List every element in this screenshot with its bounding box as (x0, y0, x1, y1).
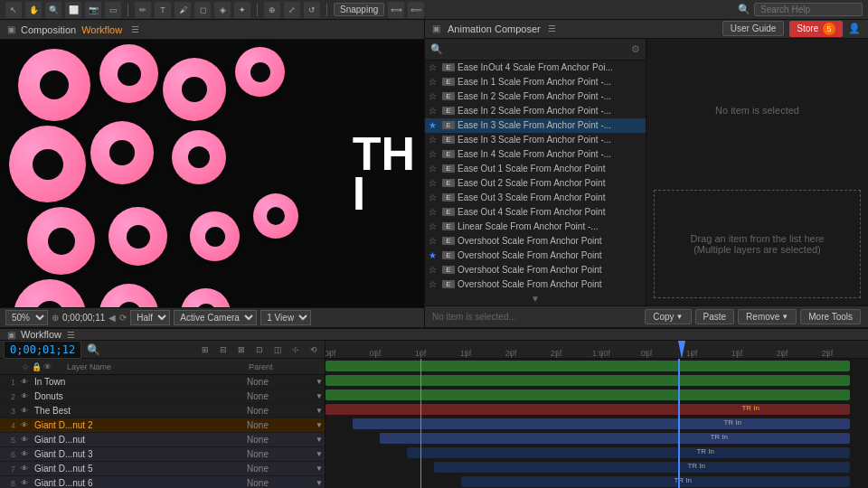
toolbar-icon-pen[interactable]: ✏ (135, 2, 151, 18)
toolbar-icon-rect[interactable]: ▭ (105, 2, 121, 18)
track-row-1[interactable] (326, 359, 868, 373)
list-item[interactable]: ☆ E Ease In 3 Scale From Anchor Point -.… (425, 133, 646, 147)
list-search-input[interactable] (447, 43, 627, 54)
user-icon[interactable]: 👤 (848, 23, 861, 34)
list-scroll-down[interactable]: ▼ (425, 292, 646, 305)
search-input[interactable] (754, 3, 863, 16)
toolbar-icon-eraser[interactable]: ◻ (194, 2, 211, 18)
list-item[interactable]: ☆ E Ease Out 1 Scale From Anchor Point (425, 162, 646, 176)
list-item[interactable]: ☆ E Ease In 2 Scale From Anchor Point -.… (425, 89, 646, 104)
star-icon[interactable]: ☆ (429, 265, 439, 275)
toolbar-icon-camera[interactable]: 📷 (85, 2, 101, 18)
toolbar-icon-puppet[interactable]: ✦ (234, 2, 250, 18)
more-tools-button[interactable]: More Tools (800, 309, 861, 324)
layer-row-5[interactable]: 5 👁 Giant D...nut None ▼ (0, 433, 325, 447)
list-item[interactable]: ☆ E Ease InOut 4 Scale From Anchor Poi..… (425, 61, 646, 75)
copy-button[interactable]: Copy ▼ (645, 309, 691, 324)
layer-ctrl-7[interactable]: ⟲ (307, 343, 321, 357)
list-item[interactable]: ☆ E Ease In 1 Scale From Anchor Point -.… (425, 75, 646, 89)
layer-ctrl-2[interactable]: ⊟ (216, 343, 231, 357)
layer-row-1[interactable]: 1 👁 In Town None ▼ (0, 375, 325, 389)
list-item-active[interactable]: ★ E Ease In 3 Scale From Anchor Point -.… (425, 118, 646, 133)
camera-select[interactable]: Active Camera (174, 310, 257, 325)
list-item[interactable]: ☆ E Overshoot Scale From Anchor Point (425, 263, 646, 277)
track-row-9[interactable]: TR In (326, 474, 868, 488)
list-item[interactable]: ☆ E Overshoot Scale From Anchor Point (425, 277, 646, 292)
view-select[interactable]: 1 View (260, 310, 311, 325)
list-item[interactable]: ★ E Overshoot Scale From Anchor Point (425, 249, 646, 263)
star-icon[interactable]: ☆ (429, 236, 439, 246)
list-item[interactable]: ☆ E Ease In 2 Scale From Anchor Point -.… (425, 104, 646, 118)
toolbar-icon-zoom[interactable]: 🔍 (45, 2, 61, 18)
list-settings-icon[interactable]: ⚙ (631, 43, 640, 55)
star-icon[interactable]: ☆ (429, 62, 439, 72)
comp-ctrl1[interactable]: ◀ (108, 313, 116, 323)
comp-ctrl2[interactable]: ⟳ (119, 313, 127, 323)
toolbar-icon-arrow[interactable]: ↖ (5, 2, 22, 18)
track-row-7[interactable]: TR In (326, 446, 868, 460)
comp-menu-icon[interactable]: ☰ (131, 24, 139, 34)
remove-button[interactable]: Remove ▼ (738, 309, 797, 324)
toolbar-icon-snap2[interactable]: ⟸ (408, 2, 424, 18)
layer-row-7[interactable]: 7 👁 Giant D...nut 5 None ▼ (0, 462, 325, 476)
star-icon[interactable]: ☆ (429, 279, 439, 289)
list-item[interactable]: ☆ E Overshoot Scale From Anchor Point (425, 234, 646, 249)
layers-col-header: ☆ 🔒 👁 Layer Name Parent (0, 359, 325, 375)
timeline-menu-icon[interactable]: ☰ (67, 330, 75, 340)
toolbar-icon-anchor[interactable]: ⊕ (264, 2, 280, 18)
toolbar-icon-brush[interactable]: 🖌 (175, 2, 191, 18)
star-icon[interactable]: ☆ (429, 192, 439, 202)
main-timecode[interactable]: 0;00;01;12 (4, 341, 81, 359)
zoom-select[interactable]: 50% (5, 310, 48, 325)
quality-select[interactable]: Half (130, 310, 170, 325)
list-item[interactable]: ☆ E Linear Scale From Anchor Point -... (425, 220, 646, 234)
toolbar-icon-rotate[interactable]: ↺ (304, 2, 320, 18)
star-icon[interactable]: ☆ (429, 164, 439, 174)
drag-drop-area[interactable]: Drag an item from the list here (Multipl… (654, 190, 861, 298)
star-icon[interactable]: ☆ (429, 91, 439, 101)
track-row-2[interactable] (326, 373, 868, 388)
store-button[interactable]: Store 5 (789, 21, 843, 37)
toolbar-icon-stamp[interactable]: ◈ (214, 2, 231, 18)
track-row-8[interactable]: TR In (326, 460, 868, 474)
time-ruler[interactable]: 00f 05f 10f 15f 20f 25f 1:00f 05f 10f 15… (326, 341, 868, 359)
star-icon[interactable]: ☆ (429, 106, 439, 116)
star-icon[interactable]: ☆ (429, 77, 439, 87)
list-item[interactable]: ☆ E Ease Out 2 Scale From Anchor Point (425, 176, 646, 191)
track-row-3[interactable] (326, 388, 868, 402)
toolbar-icon-select[interactable]: ⬜ (65, 2, 81, 18)
list-item[interactable]: ☆ E Ease Out 4 Scale From Anchor Point (425, 205, 646, 220)
layer-row-8[interactable]: 8 👁 Giant D...nut 6 None ▼ (0, 476, 325, 488)
toolbar-icon-hand[interactable]: ✋ (25, 2, 42, 18)
list-item[interactable]: ☆ E Ease Out 3 Scale From Anchor Point (425, 191, 646, 205)
toolbar-icon-move[interactable]: ⤢ (284, 2, 300, 18)
star-icon[interactable]: ☆ (429, 135, 439, 145)
layer-row-6[interactable]: 6 👁 Giant D...nut 3 None ▼ (0, 447, 325, 462)
star-icon[interactable]: ☆ (429, 178, 439, 188)
toolbar-icon-snap1[interactable]: ⟺ (388, 2, 404, 18)
star-icon[interactable]: ☆ (429, 221, 439, 231)
star-icon-filled[interactable]: ★ (429, 120, 439, 130)
track-row-5[interactable]: TR In (326, 417, 868, 431)
snapping-button[interactable]: Snapping (334, 3, 384, 16)
layer-ctrl-1[interactable]: ⊞ (198, 343, 212, 357)
layer-ctrl-5[interactable]: ◫ (270, 343, 285, 357)
track-row-4[interactable]: TR In (326, 402, 868, 417)
tracks-area[interactable]: TR In TR In TR In TR In (326, 359, 868, 488)
star-icon-filled[interactable]: ★ (429, 250, 439, 260)
layer-row-2[interactable]: 2 👁 Donuts None ▼ (0, 389, 325, 404)
layer-ctrl-6[interactable]: ⊹ (288, 343, 303, 357)
layer-ctrl-3[interactable]: ⊠ (234, 343, 249, 357)
list-item[interactable]: ☆ E Ease In 4 Scale From Anchor Point -.… (425, 147, 646, 162)
layer-row-4[interactable]: 4 👁 Giant D...nut 2 None ▼ (0, 418, 325, 433)
star-icon[interactable]: ☆ (429, 149, 439, 159)
layer-ctrl-4[interactable]: ⊡ (252, 343, 267, 357)
user-guide-button[interactable]: User Guide (722, 21, 785, 36)
toolbar-icon-text[interactable]: T (155, 2, 171, 18)
search-layers-icon[interactable]: 🔍 (87, 343, 100, 356)
paste-button[interactable]: Paste (695, 309, 735, 324)
track-row-6[interactable]: TR In (326, 431, 868, 446)
layer-row-3[interactable]: 3 👁 The Best None ▼ (0, 404, 325, 418)
anim-menu-icon[interactable]: ☰ (548, 23, 556, 33)
star-icon[interactable]: ☆ (429, 207, 439, 217)
